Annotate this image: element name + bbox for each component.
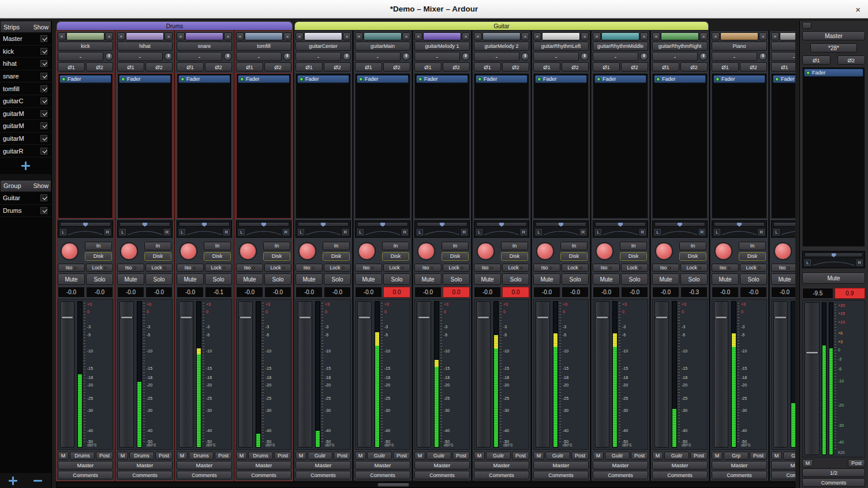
trim-knob[interactable] — [224, 52, 232, 61]
comments-button[interactable]: Comments — [533, 471, 589, 479]
gain-display[interactable]: -0.0 — [652, 287, 679, 298]
panner[interactable]: L R — [117, 220, 173, 238]
comments-button[interactable]: Comments — [771, 471, 795, 479]
input-button[interactable]: - — [652, 52, 698, 61]
peak-display[interactable]: 0.0 — [383, 287, 410, 298]
strip-list-row[interactable]: Drums — [0, 205, 51, 217]
fader-handle[interactable] — [477, 316, 489, 319]
monitor-input-button[interactable]: In — [679, 242, 706, 250]
output-button[interactable]: Master — [414, 461, 470, 470]
gain-display[interactable]: -0.0 — [474, 287, 501, 298]
output-button[interactable]: Master — [474, 461, 529, 470]
solo-lock-button[interactable]: Lock — [680, 264, 708, 272]
solo-isolate-button[interactable]: Iso — [533, 264, 560, 272]
meter-point-button[interactable]: Post — [215, 452, 232, 460]
pan-position-marker[interactable] — [321, 223, 326, 227]
comments-button[interactable]: Comments — [236, 471, 291, 479]
metering-button[interactable]: M — [414, 452, 425, 460]
phase-1-button[interactable]: Ø1 — [771, 62, 795, 72]
strip-list-row[interactable]: guitarC — [0, 95, 51, 108]
strip-list-row[interactable]: guitarM — [0, 108, 51, 121]
processor-box[interactable]: Fader — [58, 73, 113, 219]
processor-active-led[interactable] — [121, 77, 125, 81]
solo-button[interactable]: Solo — [264, 273, 291, 285]
processor-box[interactable]: Fader — [712, 73, 767, 219]
trim-knob[interactable] — [640, 52, 648, 61]
strip-name-button[interactable]: guitarMain — [355, 42, 410, 51]
mute-button[interactable]: Mute — [771, 273, 795, 285]
processor-box[interactable]: Fader — [295, 73, 351, 219]
group-button[interactable]: Drums — [129, 452, 154, 460]
meter-point-button[interactable]: Post — [512, 452, 529, 460]
output-button[interactable]: Master — [58, 461, 113, 470]
processor-box[interactable]: Fader — [414, 73, 470, 219]
gain-fader[interactable] — [536, 301, 550, 448]
processor-active-led[interactable] — [181, 77, 185, 81]
strip-visible-checkbox[interactable] — [40, 73, 47, 80]
pan-slider[interactable] — [298, 222, 349, 227]
strip-name-button[interactable]: guitarRhythmMiddle — [593, 42, 648, 51]
monitor-disk-button[interactable]: Disk — [679, 252, 706, 261]
pan-slider[interactable] — [536, 222, 586, 227]
comments-button[interactable]: Comments — [593, 471, 648, 479]
pan-position-marker[interactable] — [499, 223, 504, 227]
h-scrollbar[interactable] — [56, 482, 795, 488]
mute-button[interactable]: Mute — [533, 273, 560, 285]
strip-visible-checkbox[interactable] — [40, 48, 47, 55]
fader-handle[interactable] — [61, 316, 73, 319]
solo-lock-button[interactable]: Lock — [324, 264, 351, 272]
monitor-disk-button[interactable]: Disk — [85, 252, 112, 261]
solo-isolate-button[interactable]: Iso — [58, 264, 85, 272]
hide-strip-button[interactable]: × — [343, 32, 351, 40]
phase-2-button[interactable]: Ø2 — [205, 62, 232, 72]
record-enable-button[interactable] — [61, 243, 78, 260]
pan-position-marker[interactable] — [737, 223, 742, 227]
input-button[interactable]: - — [712, 52, 757, 61]
record-enable-button[interactable] — [418, 243, 435, 260]
processor-box[interactable]: Fader — [533, 73, 589, 219]
phase-1-button[interactable]: Ø1 — [414, 62, 442, 72]
fader-handle[interactable] — [358, 316, 371, 319]
hide-strip-button[interactable]: × — [164, 32, 173, 40]
narrow-strip-button[interactable]: « — [771, 32, 779, 40]
phase-2-button[interactable]: Ø2 — [443, 62, 470, 72]
strip-color-bar[interactable] — [482, 32, 521, 40]
group-button[interactable]: Guitr — [486, 452, 511, 460]
phase-2-button[interactable]: Ø2 — [502, 62, 529, 72]
strip-name-button[interactable]: snare — [177, 42, 232, 51]
solo-lock-button[interactable]: Lock — [145, 264, 173, 272]
output-button[interactable]: Master — [593, 461, 648, 470]
meter-point-button[interactable]: Post — [452, 452, 470, 460]
record-enable-button[interactable] — [358, 243, 375, 260]
solo-lock-button[interactable]: Lock — [264, 264, 291, 272]
gain-fader[interactable] — [238, 301, 253, 448]
fader-handle[interactable] — [775, 316, 787, 319]
monitor-disk-button[interactable]: Disk — [204, 252, 231, 261]
gain-fader[interactable] — [654, 301, 669, 448]
record-enable-button[interactable] — [715, 243, 732, 260]
group-button[interactable]: Guitr — [367, 452, 392, 460]
solo-button[interactable]: Solo — [443, 273, 470, 285]
gain-fader[interactable] — [357, 301, 372, 448]
processor-box[interactable]: Fader — [652, 73, 708, 219]
metering-button[interactable]: M — [58, 452, 69, 460]
panner[interactable]: L R — [593, 220, 648, 238]
input-button[interactable]: - — [295, 52, 341, 61]
strip-list-row[interactable]: Master — [0, 33, 51, 46]
monitor-disk-button[interactable]: Disk — [263, 252, 290, 261]
gain-display[interactable]: -0.0 — [295, 287, 323, 298]
solo-isolate-button[interactable]: Iso — [236, 264, 263, 272]
group-button[interactable]: Guitr — [664, 452, 689, 460]
phase-1-button[interactable]: Ø1 — [295, 62, 323, 72]
pan-position-marker[interactable] — [202, 223, 207, 227]
metering-button[interactable]: M — [593, 452, 604, 460]
hide-strip-button[interactable]: × — [521, 32, 529, 40]
metering-button[interactable]: M — [295, 452, 306, 460]
monitor-input-button[interactable]: In — [144, 242, 171, 250]
processor-active-led[interactable] — [716, 77, 720, 81]
monitor-input-button[interactable]: In — [739, 242, 766, 250]
mute-button[interactable]: Mute — [593, 273, 620, 285]
record-enable-button[interactable] — [477, 243, 494, 260]
fader-handle[interactable] — [537, 316, 549, 319]
narrow-strip-button[interactable]: « — [593, 32, 601, 40]
